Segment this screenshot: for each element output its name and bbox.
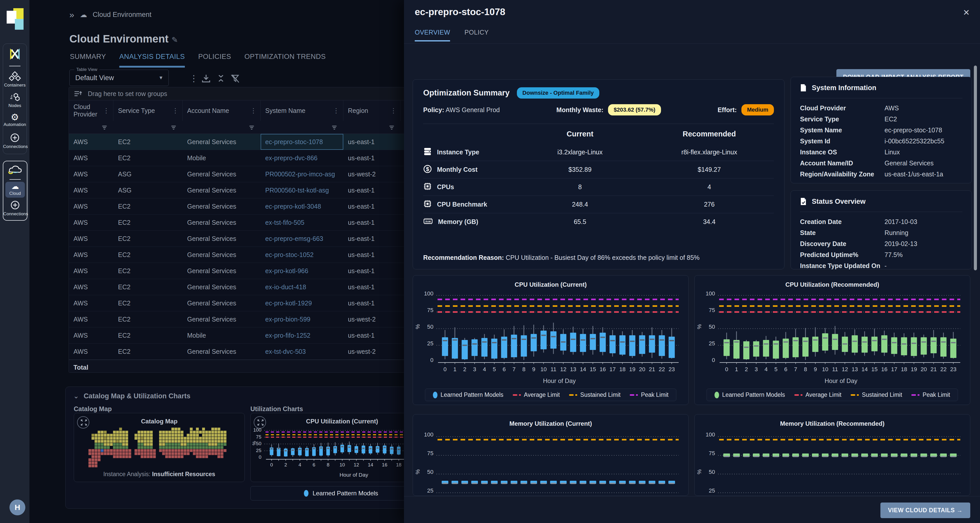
tab-policies[interactable]: POLICIES xyxy=(198,53,231,68)
svg-text:%: % xyxy=(251,441,257,445)
system-name-link[interactable]: ex-tst-dvc-503 xyxy=(265,348,305,355)
close-icon[interactable]: ✕ xyxy=(963,8,970,17)
table-row[interactable]: AWSEC2Mobile ex-prepro-dvc-866 us-east-1… xyxy=(69,150,434,166)
document-check-icon xyxy=(800,197,807,205)
filter-icon[interactable] xyxy=(390,125,394,130)
system-name-link[interactable]: ec-prepro-emsg-663 xyxy=(265,235,323,242)
detail-drawer: ec-prepro-stoc-1078 ✕ OVERVIEW POLICY DO… xyxy=(404,0,980,523)
sidebar-item-connections-2[interactable]: Connections xyxy=(3,200,27,216)
column-menu-icon[interactable]: ⋮ xyxy=(172,107,179,115)
tab-analysis-details[interactable]: ANALYSIS DETAILS xyxy=(119,53,185,68)
table-row[interactable]: AWSEC2General Services ex-pro-kotl-966 u… xyxy=(69,263,434,279)
system-name-link[interactable]: ex-pro-kotl-966 xyxy=(265,267,308,274)
svg-text:50: 50 xyxy=(427,324,433,330)
svg-text:Hour of Day: Hour of Day xyxy=(339,472,368,478)
sidebar-item-automation[interactable]: ⚙ Automation xyxy=(3,112,27,127)
system-name-link[interactable]: ec-pro-stoc-1052 xyxy=(265,251,313,258)
system-name-link[interactable]: ec-prepro-stoc-1078 xyxy=(265,138,323,146)
view-cloud-details-button[interactable]: VIEW CLOUD DETAILS → xyxy=(880,502,970,518)
svg-text:%: % xyxy=(697,469,703,474)
system-name-link[interactable]: ex-pro-bion-599 xyxy=(265,316,310,323)
column-header[interactable]: Cloud Provider⋮ xyxy=(69,100,113,121)
svg-text:19: 19 xyxy=(629,366,635,372)
table-row[interactable]: AWSEC2General Services ec-pro-stoc-1052 … xyxy=(69,247,434,263)
table-row[interactable]: AWSEC2General Services ex-tst-dvc-503 us… xyxy=(69,343,434,360)
svg-text:75: 75 xyxy=(709,450,715,456)
system-name-link[interactable]: PR000502-pro-imco-asg xyxy=(265,170,335,178)
tab-summary[interactable]: SUMMARY xyxy=(70,53,106,68)
comparison-row: $Monthly Cost $352.89$149.27 xyxy=(423,161,774,178)
column-header[interactable]: System Name⋮ xyxy=(261,100,343,121)
svg-text:25: 25 xyxy=(709,340,715,347)
memory-recommended-chart-card: Memory Utilization (Recommended) 2550751… xyxy=(694,414,970,496)
svg-text:12: 12 xyxy=(560,366,566,372)
filter-icon[interactable] xyxy=(249,125,254,130)
catalog-map-heatmap[interactable] xyxy=(88,428,230,468)
table-row[interactable]: AWSEC2General Services ex-io-duct-418 us… xyxy=(69,279,434,295)
svg-text:100: 100 xyxy=(706,431,715,438)
avatar[interactable]: H xyxy=(10,499,25,515)
filter-icon[interactable] xyxy=(332,125,337,130)
column-header[interactable]: Region⋮ xyxy=(343,100,401,121)
cloud-product-icon xyxy=(3,164,27,176)
table-row[interactable]: AWSEC2General Services ec-prepro-kotl-30… xyxy=(69,199,434,215)
table-row[interactable]: AWSEC2General Services ex-tst-fifo-505 u… xyxy=(69,215,434,231)
system-name-link[interactable]: ec-prepro-kotl-3048 xyxy=(265,203,321,210)
system-information-rows: Cloud ProviderAWSService TypeEC2System N… xyxy=(800,103,963,180)
tab-overview[interactable]: OVERVIEW xyxy=(415,29,450,41)
svg-text:25: 25 xyxy=(256,448,261,453)
main-content: » ☁ Cloud Environment Cloud Environment … xyxy=(29,0,404,523)
table-row[interactable]: AWSEC2General Services ec-prepro-stoc-10… xyxy=(69,134,434,150)
edit-icon[interactable]: ✎ xyxy=(172,36,178,44)
system-name-link[interactable]: ex-prepro-dvc-866 xyxy=(265,154,317,162)
drawer-scrollbar[interactable] xyxy=(974,65,977,270)
column-header[interactable]: Service Type⋮ xyxy=(113,100,183,121)
comparison-row: CPU Benchmark 248.4276 xyxy=(423,196,774,213)
table-row[interactable]: AWSEC2General Services ex-pro-bion-599 u… xyxy=(69,311,434,327)
kebab-menu-icon[interactable]: ⋮ xyxy=(189,73,198,83)
download-icon[interactable] xyxy=(200,73,212,83)
cubes-icon xyxy=(9,72,21,82)
breadcrumb: » ☁ Cloud Environment xyxy=(69,10,151,20)
svg-text:21: 21 xyxy=(931,366,937,372)
table-row[interactable]: AWSEC2General Services ec-pro-kotl-1929 … xyxy=(69,295,434,311)
tab-optimization-trends[interactable]: OPTIMIZATION TRENDS xyxy=(245,53,326,68)
svg-text:10: 10 xyxy=(822,366,828,372)
system-name-link[interactable]: ec-pro-kotl-1929 xyxy=(265,299,312,307)
svg-text:14: 14 xyxy=(580,366,586,372)
table-row[interactable]: AWSEC2General Services ec-prepro-emsg-66… xyxy=(69,231,434,247)
svg-text:22: 22 xyxy=(940,366,947,372)
collapse-rows-icon[interactable] xyxy=(216,73,226,83)
table-row[interactable]: AWSEC2Mobile ex-pro-fifo-1252 us-east-1S… xyxy=(69,327,434,343)
sidebar-item-cloud[interactable]: ☁ Cloud xyxy=(5,182,25,198)
expand-sidebar-icon[interactable]: » xyxy=(69,10,74,20)
column-menu-icon[interactable]: ⋮ xyxy=(390,107,397,115)
sidebar-item-nodes[interactable]: Nodes xyxy=(3,92,27,108)
column-menu-icon[interactable]: ⋮ xyxy=(333,107,339,115)
system-name-link[interactable]: ex-io-duct-418 xyxy=(265,283,306,291)
table-view-select[interactable]: Table View Default View ▼ xyxy=(69,70,169,86)
row-group-dropzone[interactable]: Drag here to set row groups xyxy=(69,87,434,100)
system-name-link[interactable]: PR000560-tst-kotl-asg xyxy=(265,187,329,194)
clear-filter-icon[interactable] xyxy=(230,73,241,84)
info-row: Instance OSLinux xyxy=(800,147,963,158)
filter-icon[interactable] xyxy=(171,125,176,130)
column-menu-icon[interactable]: ⋮ xyxy=(250,107,257,115)
system-name-link[interactable]: ex-tst-fifo-505 xyxy=(265,219,304,226)
svg-text:100: 100 xyxy=(253,427,261,432)
system-name-link[interactable]: ex-pro-fifo-1252 xyxy=(265,332,310,339)
status-overview-card: Status Overview Creation Date2017-10-03S… xyxy=(791,191,972,269)
sidebar-item-connections-1[interactable]: Connections xyxy=(3,133,27,149)
column-header[interactable]: Account Name⋮ xyxy=(183,100,261,121)
svg-text:14: 14 xyxy=(368,462,374,467)
panel-header[interactable]: ⌄ Catalog Map & Utilization Charts xyxy=(73,392,191,400)
memory-recommended-boxplot: 255075100% xyxy=(697,428,967,496)
svg-text:9: 9 xyxy=(532,366,535,372)
table-row[interactable]: AWSASGGeneral Services PR000502-pro-imco… xyxy=(69,166,434,182)
filter-icon[interactable] xyxy=(102,125,107,130)
table-row[interactable]: AWSASGGeneral Services PR000560-tst-kotl… xyxy=(69,182,434,199)
comparison-row: CPUs 84 xyxy=(423,178,774,196)
column-menu-icon[interactable]: ⋮ xyxy=(103,107,110,115)
tab-policy[interactable]: POLICY xyxy=(465,29,489,41)
sidebar-item-containers[interactable]: Containers xyxy=(3,72,27,88)
